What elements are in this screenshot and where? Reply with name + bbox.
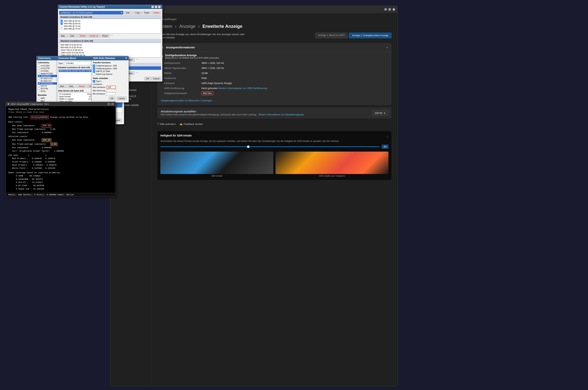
vesa-cie-blue: Blue Primary : 0.150391 0.059570 xyxy=(8,164,113,167)
edid-detail-slots: Detailed resolutions (0 slots left) xyxy=(58,66,90,68)
display-selector-area: Wählen Sie eine Anzeige aus, deren Einst… xyxy=(157,33,391,39)
col-check-adobeycc601[interactable] xyxy=(38,72,40,75)
col-check-dcip3[interactable] xyxy=(38,85,40,87)
vesa-bt2100-value: 58.063530 xyxy=(33,185,44,187)
hdr-ok[interactable]: OK xyxy=(109,97,115,100)
help-link[interactable]: ? Hilfe anfordern xyxy=(157,123,176,125)
res-label-640-75: 640×480 @ 75 Hz xyxy=(64,28,81,30)
cru-close[interactable]: ✕ xyxy=(158,6,161,8)
cru-cancel-btn[interactable]: Cancel xyxy=(151,77,161,80)
vesa-title-text: VESA DisplayHDR Compliance Tets xyxy=(11,103,49,105)
cru-deleteall-detail[interactable]: Delete all xyxy=(88,34,100,38)
col-check-bt2020cycc[interactable] xyxy=(38,77,40,80)
close-button[interactable]: ✕ xyxy=(393,8,395,11)
feedback-icon: ✍ xyxy=(180,123,182,125)
display-tab-2[interactable]: Anzeige 2: Drahtgebundene Anzeige xyxy=(349,33,392,38)
vesa-gamut-srgb: % sRGB : 99.730022 xyxy=(8,175,113,177)
value-bittiefe: 10-Bit xyxy=(201,71,385,75)
res-item-640-60-1: 640×480 @ 60 Hz xyxy=(60,20,160,22)
monitor-dropdown[interactable]: GSMC0C8 - LG TV SSCR (active)* xyxy=(59,11,123,15)
sdr-desc: Verschieben Sie dieses Fenster auf die A… xyxy=(160,140,388,143)
cru-delete-btn[interactable]: Delete xyxy=(152,11,161,14)
hdr-cert-link[interactable]: Weitere Informationen zur HDR-Zertifizie… xyxy=(218,87,267,90)
display-selector-text: Wählen Sie eine Anzeige aus, deren Einst… xyxy=(157,33,251,39)
display-info-details: 🖥 Drahtgebundene Anzeige Bildschirm 2: m… xyxy=(157,52,391,105)
col-check-bt2020rgb[interactable] xyxy=(38,82,40,85)
cru-reset-detail[interactable]: Reset xyxy=(101,34,110,38)
hdr-body: Transfer functions Traditional gamma - S… xyxy=(92,60,129,102)
col-check-dcip3p[interactable] xyxy=(38,87,40,90)
col-check-ictcp[interactable] xyxy=(38,90,40,92)
cru-maximize[interactable]: □ xyxy=(155,6,157,8)
tf-check-hdr[interactable] xyxy=(93,67,95,70)
res-check-640-75[interactable] xyxy=(60,28,63,30)
label-brightness: Helligkeitshöchstwert xyxy=(164,91,201,96)
res-check-640-60-1[interactable] xyxy=(60,20,63,22)
rate-label-area: Aktualisierungsrate auswählen Eine höher… xyxy=(161,110,304,116)
hdr-close[interactable]: ✕ xyxy=(125,57,127,59)
max-frame-avg-label: Max frame-avg.: xyxy=(93,90,106,92)
vesa-close[interactable]: ✕ xyxy=(111,103,114,105)
col-check-adobergb[interactable] xyxy=(38,75,40,77)
back-nav[interactable]: ← Einstellungen xyxy=(157,17,391,21)
cru-title: Custom Resolution Utility 1.5.1 by Toast… xyxy=(60,6,105,8)
hdr-footer: OK Cancel xyxy=(93,96,128,101)
adapter-link[interactable]: Adaptereigenschaften für Bildschirm 2 an… xyxy=(161,99,212,102)
edid-edit[interactable]: Edit... xyxy=(68,85,76,88)
cru-minimize[interactable]: ─ xyxy=(151,6,154,8)
maximize-button[interactable]: □ xyxy=(388,8,391,11)
rate-selector-row: Aktualisierungsrate auswählen Eine höher… xyxy=(157,107,391,119)
cru-ok-cancel: OK Cancel xyxy=(144,77,161,80)
vesa-adj-levels-title: Adjusted Levels: xyxy=(8,135,28,138)
col-check-xvycc709[interactable] xyxy=(38,67,40,69)
cru-add-detail[interactable]: Add... xyxy=(59,34,68,38)
res-check-640-60-2[interactable] xyxy=(60,22,63,25)
cru-copy-btn[interactable]: Copy xyxy=(134,11,142,14)
sdr-value: 40 xyxy=(382,145,388,148)
display-info-header[interactable]: 🖥 Anzeigeeinformationen ∧ xyxy=(157,43,391,52)
meta-check-md0[interactable] xyxy=(38,97,40,99)
cru-ok-btn[interactable]: OK xyxy=(144,77,151,80)
breadcrumb-sep1: › xyxy=(175,24,177,29)
display-tab-1[interactable]: Anzeige 1: BenQ XL2420T xyxy=(315,33,348,38)
min-luminance-input[interactable] xyxy=(106,93,115,95)
value-hdr-cert: Nicht gefunden Weitere Informationen zur… xyxy=(201,86,385,90)
res-label-640-60-2: 640×480 @ 60 Hz xyxy=(64,22,81,25)
vesa-cie-green: Green Primary : 0.299805 0.599609 xyxy=(8,161,113,163)
breadcrumb-sep2: › xyxy=(198,24,200,29)
res-check-640-72[interactable] xyxy=(60,25,63,27)
rate-dropdown[interactable]: 120 Hz ∨ xyxy=(372,110,388,116)
static-type-check[interactable] xyxy=(93,80,95,83)
cru-ext-arrows: ↑ ↓ xyxy=(136,71,138,75)
sdr-slider[interactable] xyxy=(160,146,379,147)
cru-detail-actions: Add... Edit... Delete Delete all Reset ↑… xyxy=(59,34,161,38)
edid-delete[interactable]: Delete xyxy=(77,85,87,88)
vesa-srgb-value: 99.730022 xyxy=(30,175,41,177)
col-check-sycc601[interactable] xyxy=(38,70,40,72)
tf-check-sdr[interactable] xyxy=(93,65,95,67)
vesa-minimize[interactable]: ─ xyxy=(107,103,110,105)
monitor-name-block: Drahtgebundene Anzeige Bildschirm 2: mit… xyxy=(165,54,219,59)
col-check-xvycc601[interactable] xyxy=(38,65,40,67)
cru-paste-btn[interactable]: Paste xyxy=(142,11,151,14)
hdr-img-container: HDR-Inhalte (zum Vergleich) xyxy=(275,151,388,177)
help-label: Hilfe anfordern xyxy=(160,123,176,125)
cru-edit-btn[interactable]: Edit... xyxy=(124,11,133,14)
vesa-blue-x: 0.150391 xyxy=(33,164,43,166)
hdr-cancel[interactable]: Cancel xyxy=(117,97,126,100)
rate-link[interactable]: Weitere Informationen zur Aktualisierung… xyxy=(259,113,304,116)
vesa-titlebar: 🖥 VESA DisplayHDR Compliance Tets ─ ✕ xyxy=(6,102,116,106)
feedback-link[interactable]: ✍ Feedback senden xyxy=(180,123,203,125)
cru-edit-detail[interactable]: Edit... xyxy=(69,34,77,38)
vesa-adj-max-peak: Max peak luminance: 800.00 xyxy=(8,138,113,142)
rate-desc: Eine höhere Rate sorgt für eine gleichmä… xyxy=(161,113,304,116)
tf-check-hlg[interactable] xyxy=(93,73,95,75)
max-frame-avg-input[interactable] xyxy=(107,89,116,92)
tf-check-smpte[interactable] xyxy=(93,70,95,73)
minimize-button[interactable]: ─ xyxy=(384,8,387,11)
cru-delete-detail[interactable]: Delete xyxy=(78,34,87,38)
col-check-bt2020ycc[interactable] xyxy=(38,80,40,82)
vesa-red-x: 0.630648 xyxy=(32,157,42,160)
max-luminance-input[interactable] xyxy=(107,86,116,89)
edid-add[interactable]: Add... xyxy=(58,85,67,88)
